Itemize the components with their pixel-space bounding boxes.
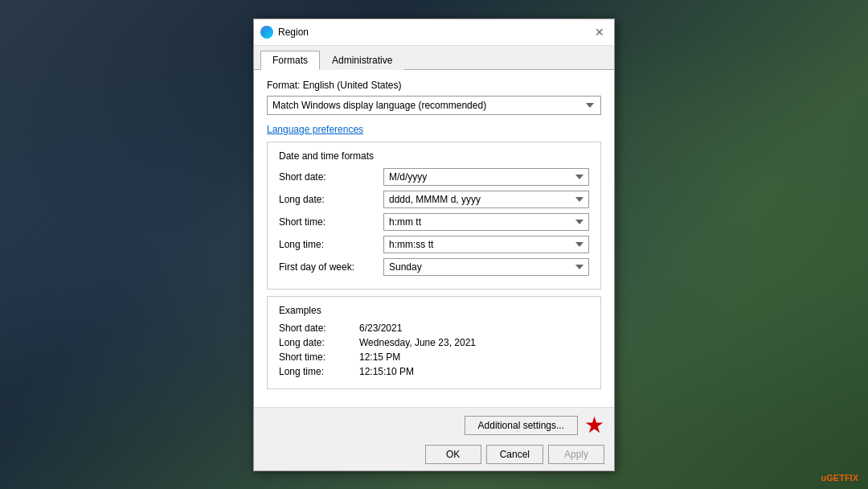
language-preferences-link[interactable]: Language preferences (267, 124, 363, 135)
example-short-time-label: Short time: (279, 351, 359, 363)
first-day-label: First day of week: (279, 261, 383, 273)
example-short-time: Short time: 12:15 PM (279, 351, 589, 363)
action-buttons: OK Cancel Apply (264, 445, 604, 464)
examples-section: Examples Short date: 6/23/2021 Long date… (267, 296, 601, 389)
long-date-label: Long date: (279, 194, 383, 205)
dialog-icon (260, 26, 273, 39)
example-short-time-value: 12:15 PM (359, 351, 400, 363)
additional-settings-row: Additional settings... ★ (264, 414, 604, 437)
short-time-select[interactable]: h:mm tt (383, 213, 589, 231)
example-long-date: Long date: Wednesday, June 23, 2021 (279, 337, 589, 348)
example-short-date: Short date: 6/23/2021 (279, 323, 589, 334)
cancel-button[interactable]: Cancel (486, 445, 543, 464)
example-short-date-value: 6/23/2021 (359, 323, 402, 334)
short-date-row: Short date: M/d/yyyy (279, 168, 589, 186)
example-long-time-value: 12:15:10 PM (359, 366, 414, 377)
short-date-label: Short date: (279, 171, 383, 183)
example-long-time: Long time: 12:15:10 PM (279, 366, 589, 377)
example-long-date-label: Long date: (279, 337, 359, 348)
short-time-label: Short time: (279, 216, 383, 228)
tab-bar: Formats Administrative (254, 46, 614, 70)
first-day-select[interactable]: Sunday (383, 258, 589, 276)
close-button[interactable]: ✕ (592, 24, 608, 40)
tab-formats[interactable]: Formats (260, 51, 320, 70)
ok-button[interactable]: OK (425, 445, 481, 464)
watermark: uGETFIX (821, 473, 858, 483)
long-date-row: Long date: dddd, MMMM d, yyyy (279, 191, 589, 208)
format-dropdown[interactable]: Match Windows display language (recommen… (267, 96, 601, 115)
star-icon: ★ (584, 414, 604, 437)
datetime-section: Date and time formats Short date: M/d/yy… (267, 142, 601, 290)
watermark-suffix: FIX (845, 473, 858, 483)
example-short-date-label: Short date: (279, 323, 359, 334)
dialog-content: Format: English (United States) Match Wi… (254, 70, 614, 407)
short-time-row: Short time: h:mm tt (279, 213, 589, 231)
datetime-section-title: Date and time formats (279, 150, 589, 162)
long-time-label: Long time: (279, 239, 383, 250)
short-date-select[interactable]: M/d/yyyy (383, 168, 589, 186)
watermark-highlight: GET (826, 473, 845, 483)
region-dialog: Region ✕ Formats Administrative Format: … (253, 18, 615, 471)
tab-administrative[interactable]: Administrative (320, 51, 404, 70)
dialog-footer: Additional settings... ★ OK Cancel Apply (254, 407, 614, 471)
examples-title: Examples (279, 305, 589, 316)
format-label: Format: English (United States) (267, 80, 601, 91)
long-time-select[interactable]: h:mm:ss tt (383, 236, 589, 253)
example-long-date-value: Wednesday, June 23, 2021 (359, 337, 476, 348)
title-bar: Region ✕ (254, 19, 614, 46)
long-time-row: Long time: h:mm:ss tt (279, 236, 589, 253)
first-day-row: First day of week: Sunday (279, 258, 589, 276)
dialog-title: Region (278, 27, 587, 38)
example-long-time-label: Long time: (279, 366, 359, 377)
additional-settings-button[interactable]: Additional settings... (465, 416, 578, 435)
long-date-select[interactable]: dddd, MMMM d, yyyy (383, 191, 589, 208)
apply-button[interactable]: Apply (548, 445, 604, 464)
